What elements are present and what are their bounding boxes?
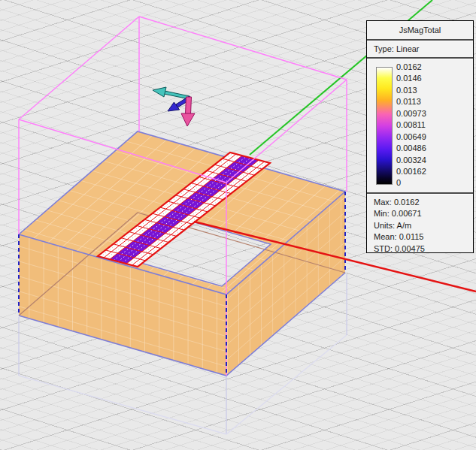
- tick-label: 0.00162: [396, 166, 471, 177]
- legend-quantity-title: JsMagTotal: [367, 21, 473, 41]
- modeler-3d-viewport[interactable]: JsMagTotal Type: Linear 0.0162 0.0146 0.…: [0, 0, 476, 450]
- stat-std: STD: 0.00475: [374, 243, 473, 255]
- tick-label: 0: [396, 177, 471, 189]
- tick-label: 0.00324: [396, 155, 471, 166]
- stat-mean: Mean: 0.0115: [374, 231, 473, 243]
- tick-label: 0.00649: [396, 131, 471, 143]
- colorbar-gradient: [376, 67, 393, 185]
- colorbar-tick-labels: 0.0162 0.0146 0.013 0.0113 0.00973 0.008…: [396, 62, 471, 189]
- tick-label: 0.00811: [396, 119, 471, 131]
- stat-max: Max: 0.0162: [374, 197, 473, 208]
- legend-statistics: Max: 0.0162 Min: 0.00671 Units: A/m Mean…: [367, 192, 473, 255]
- tick-label: 0.0162: [396, 62, 471, 73]
- field-plot-color-key[interactable]: JsMagTotal Type: Linear 0.0162 0.0146 0.…: [366, 20, 474, 253]
- legend-scale-type: Type: Linear: [367, 41, 473, 59]
- tick-label: 0.0113: [396, 96, 471, 107]
- tick-label: 0.0146: [396, 73, 471, 84]
- legend-colorbar-section: 0.0162 0.0146 0.013 0.0113 0.00973 0.008…: [367, 59, 473, 192]
- coordinate-triad: [153, 87, 195, 126]
- tick-label: 0.00486: [396, 143, 471, 154]
- stat-min: Min: 0.00671: [374, 208, 473, 219]
- tick-label: 0.00973: [396, 108, 471, 119]
- conductor-plate: [19, 131, 345, 376]
- tick-label: 0.013: [396, 85, 471, 96]
- triad-y-arrow-icon: [153, 87, 189, 99]
- stat-units: Units: A/m: [374, 220, 473, 231]
